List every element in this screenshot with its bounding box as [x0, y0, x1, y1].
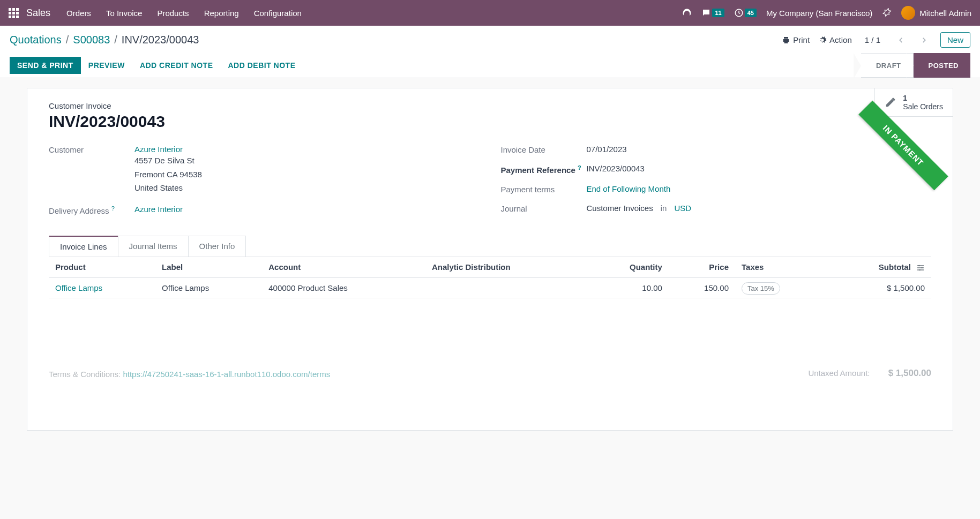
- col-price[interactable]: Price: [669, 257, 735, 277]
- control-panel: Quotations / S00083 / INV/2023/00043 Pri…: [0, 26, 980, 78]
- invoice-date[interactable]: 07/01/2023: [587, 145, 627, 154]
- line-qty[interactable]: 10.00: [588, 277, 669, 298]
- payment-ref[interactable]: INV/2023/00043: [587, 164, 645, 173]
- breadcrumb-quotations[interactable]: Quotations: [10, 34, 62, 46]
- tab-other-info[interactable]: Other Info: [188, 236, 246, 257]
- col-taxes[interactable]: Taxes: [735, 257, 826, 277]
- apps-icon[interactable]: [9, 8, 19, 18]
- untaxed-label: Untaxed Amount:: [808, 368, 870, 378]
- terms-link[interactable]: https://47250241-saas-16-1-all.runbot110…: [123, 370, 330, 379]
- col-product[interactable]: Product: [49, 257, 155, 277]
- tab-invoice-lines[interactable]: Invoice Lines: [49, 236, 118, 257]
- user-name: Mitchell Admin: [919, 9, 971, 18]
- col-account[interactable]: Account: [262, 257, 425, 277]
- add-debit-note-button[interactable]: ADD DEBIT NOTE: [221, 57, 303, 74]
- stat-count: 1: [903, 94, 943, 102]
- svg-point-2: [921, 267, 923, 268]
- status-posted[interactable]: POSTED: [914, 53, 970, 78]
- line-price[interactable]: 150.00: [669, 277, 735, 298]
- form-subtitle: Customer Invoice: [49, 101, 931, 110]
- messages-button[interactable]: 11: [701, 8, 724, 18]
- messages-badge: 11: [712, 9, 724, 17]
- status-bar: DRAFT POSTED: [861, 53, 970, 78]
- action-button[interactable]: Action: [818, 35, 852, 44]
- nav-reporting[interactable]: Reporting: [204, 9, 239, 18]
- help-icon[interactable]: ?: [578, 164, 581, 171]
- terms-text: Terms & Conditions: https://47250241-saa…: [49, 370, 330, 379]
- col-quantity[interactable]: Quantity: [588, 257, 669, 277]
- nav-orders[interactable]: Orders: [66, 9, 91, 18]
- line-account[interactable]: 400000 Product Sales: [262, 277, 425, 298]
- activities-button[interactable]: 45: [734, 8, 757, 18]
- nav-to-invoice[interactable]: To Invoice: [106, 9, 143, 18]
- breadcrumb-order[interactable]: S00083: [73, 34, 110, 46]
- breadcrumb: Quotations / S00083 / INV/2023/00043: [10, 34, 199, 46]
- payment-ref-label: Payment Reference ?: [501, 164, 587, 175]
- pager[interactable]: 1 / 1: [865, 35, 880, 44]
- breadcrumb-current: INV/2023/00043: [122, 34, 199, 46]
- col-analytic[interactable]: Analytic Distribution: [425, 257, 588, 277]
- send-print-button[interactable]: SEND & PRINT: [10, 57, 81, 74]
- payment-terms-label: Payment terms: [501, 184, 587, 194]
- column-settings-icon[interactable]: [916, 264, 925, 272]
- line-product[interactable]: Office Lamps: [49, 277, 155, 298]
- col-subtotal[interactable]: Subtotal: [826, 257, 931, 277]
- pager-next[interactable]: [917, 33, 932, 48]
- addr-street: 4557 De Silva St: [134, 154, 202, 168]
- customer-link[interactable]: Azure Interior: [134, 145, 202, 154]
- addr-city: Fremont CA 94538: [134, 168, 202, 182]
- stat-sale-orders[interactable]: 1 Sale Orders: [875, 88, 953, 116]
- line-analytic[interactable]: [425, 277, 588, 298]
- debug-icon[interactable]: [882, 8, 892, 18]
- add-credit-note-button[interactable]: ADD CREDIT NOTE: [132, 57, 221, 74]
- support-icon[interactable]: [682, 8, 692, 18]
- col-label[interactable]: Label: [155, 257, 262, 277]
- preview-button[interactable]: PREVIEW: [81, 57, 132, 74]
- tab-journal-items[interactable]: Journal Items: [118, 236, 189, 257]
- payment-terms[interactable]: End of Following Month: [587, 184, 671, 193]
- untaxed-value: $ 1,500.00: [888, 368, 931, 378]
- line-label[interactable]: Office Lamps: [155, 277, 262, 298]
- top-nav: Sales Orders To Invoice Products Reporti…: [0, 0, 980, 26]
- svg-point-3: [919, 269, 921, 270]
- line-subtotal: $ 1,500.00: [826, 277, 931, 298]
- invoice-date-label: Invoice Date: [501, 145, 587, 154]
- delivery-label: Delivery Address ?: [49, 205, 134, 215]
- currency[interactable]: USD: [674, 204, 691, 213]
- svg-point-1: [918, 265, 920, 266]
- pager-prev[interactable]: [893, 33, 908, 48]
- activities-badge: 45: [745, 9, 757, 17]
- nav-configuration[interactable]: Configuration: [254, 9, 302, 18]
- delivery-link[interactable]: Azure Interior: [134, 205, 183, 214]
- customer-label: Customer: [49, 145, 134, 154]
- nav-products[interactable]: Products: [157, 9, 189, 18]
- table-row[interactable]: Office Lamps Office Lamps 400000 Product…: [49, 277, 931, 298]
- pencil-icon: [885, 96, 896, 108]
- form-sheet: 1 Sale Orders IN PAYMENT Customer Invoic…: [27, 88, 953, 431]
- help-icon[interactable]: ?: [111, 205, 115, 212]
- journal-label: Journal: [501, 204, 587, 213]
- journal-value[interactable]: Customer Invoices: [587, 204, 653, 213]
- addr-country: United States: [134, 181, 202, 195]
- line-tax[interactable]: Tax 15%: [735, 277, 826, 298]
- invoice-number: INV/2023/00043: [49, 112, 931, 131]
- tabs: Invoice Lines Journal Items Other Info: [49, 236, 931, 257]
- user-menu[interactable]: Mitchell Admin: [901, 6, 971, 20]
- company-selector[interactable]: My Company (San Francisco): [766, 9, 872, 18]
- new-button[interactable]: New: [940, 32, 970, 48]
- app-title[interactable]: Sales: [26, 7, 50, 19]
- avatar: [901, 6, 915, 20]
- stat-label: Sale Orders: [903, 102, 943, 111]
- invoice-lines-table: Product Label Account Analytic Distribut…: [49, 257, 931, 298]
- print-button[interactable]: Print: [782, 35, 810, 44]
